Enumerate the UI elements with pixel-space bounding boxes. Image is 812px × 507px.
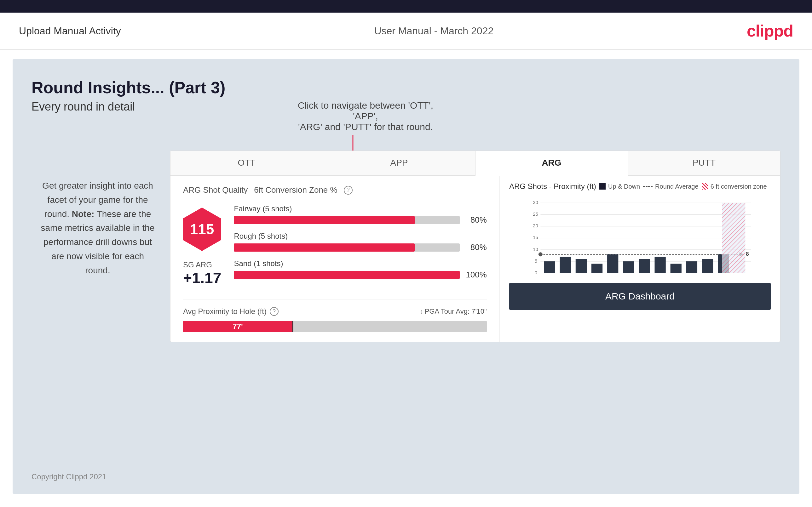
svg-rect-29 xyxy=(670,264,681,273)
bar-track-1: 80% xyxy=(234,242,487,252)
proximity-section: Avg Proximity to Hole (ft) ? ↕ PGA Tour … xyxy=(183,299,487,332)
svg-rect-25 xyxy=(607,255,618,273)
bar-row-1: Rough (5 shots) 80% xyxy=(234,232,487,252)
bar-pct-1: 80% xyxy=(465,242,487,252)
proximity-bar: 77' xyxy=(183,321,487,332)
bar-label-2: Sand (1 shots) xyxy=(234,259,487,268)
proximity-label: Avg Proximity to Hole (ft) ? xyxy=(183,307,278,316)
header: Upload Manual Activity User Manual - Mar… xyxy=(0,13,812,50)
sg-arg-label: SG ARG xyxy=(183,261,221,269)
legend-hatched-icon xyxy=(702,183,708,189)
tab-arg[interactable]: ARG xyxy=(475,151,628,176)
conversion-zone-label: 6ft Conversion Zone % xyxy=(254,185,337,195)
svg-rect-23 xyxy=(576,259,587,273)
bar-fill-0 xyxy=(234,216,414,224)
proximity-cursor xyxy=(292,321,293,332)
description-rest: These are the same metrics available in … xyxy=(41,209,154,275)
svg-text:5: 5 xyxy=(535,259,537,264)
svg-rect-26 xyxy=(623,261,634,273)
svg-text:30: 30 xyxy=(533,200,538,205)
bar-label-0: Fairway (5 shots) xyxy=(234,204,487,213)
svg-text:20: 20 xyxy=(533,223,538,228)
bar-track-0: 80% xyxy=(234,215,487,225)
legend-6ft: 6 ft conversion zone xyxy=(702,183,767,190)
panel-left: ARG Shot Quality 6ft Conversion Zone % ?… xyxy=(170,176,500,342)
proximity-header: Avg Proximity to Hole (ft) ? ↕ PGA Tour … xyxy=(183,307,487,316)
svg-text:15: 15 xyxy=(533,235,538,240)
footer-copyright: Copyright Clippd 2021 xyxy=(32,472,106,481)
legend-up-down: Up & Down xyxy=(599,183,640,190)
bar-outer-2 xyxy=(234,271,459,279)
hex-number: 115 xyxy=(190,221,214,238)
pga-avg-label: ↕ PGA Tour Avg: 7'10" xyxy=(420,307,487,316)
chart-header: ARG Shots - Proximity (ft) Up & Down Rou… xyxy=(509,182,771,191)
help-icon[interactable]: ? xyxy=(344,186,353,194)
clippd-logo: clippd xyxy=(747,21,793,40)
svg-rect-22 xyxy=(560,257,571,273)
note-label: Note: xyxy=(72,209,95,219)
tab-app[interactable]: APP xyxy=(323,151,475,175)
bar-row-2: Sand (1 shots) 100% xyxy=(234,259,487,280)
bar-pct-2: 100% xyxy=(465,270,487,280)
top-bar xyxy=(0,0,812,13)
tab-ott[interactable]: OTT xyxy=(170,151,323,175)
panel-body: ARG Shot Quality 6ft Conversion Zone % ?… xyxy=(170,176,780,342)
upload-manual-activity-label: Upload Manual Activity xyxy=(19,25,121,37)
proximity-help-icon[interactable]: ? xyxy=(270,307,278,316)
main-content: Round Insights... (Part 3) Every round i… xyxy=(13,59,799,494)
bar-fill-1 xyxy=(234,243,414,251)
svg-rect-30 xyxy=(686,261,697,273)
left-description: Get greater insight into each facet of y… xyxy=(38,179,158,278)
svg-rect-34 xyxy=(722,203,745,273)
bar-pct-0: 80% xyxy=(465,215,487,225)
main-panel: OTT APP ARG PUTT ARG Shot Quality 6ft Co… xyxy=(170,151,780,342)
bar-outer-1 xyxy=(234,243,459,251)
sg-arg-value: +1.17 xyxy=(183,269,221,287)
shot-quality-header: ARG Shot Quality 6ft Conversion Zone % ? xyxy=(183,185,487,195)
bar-outer-0 xyxy=(234,216,459,224)
tabs-container: OTT APP ARG PUTT xyxy=(170,151,780,176)
hexagon-shape: 115 xyxy=(183,208,221,251)
bar-fill-2 xyxy=(234,271,459,279)
bar-track-2: 100% xyxy=(234,270,487,280)
proximity-value: 77' xyxy=(228,322,247,331)
legend-dashed-icon xyxy=(643,186,653,187)
section-title: Round Insights... (Part 3) xyxy=(32,78,780,97)
chart-title: ARG Shots - Proximity (ft) xyxy=(509,182,596,191)
svg-text:0: 0 xyxy=(535,270,537,275)
proximity-chart: 0 5 10 15 20 25 30 xyxy=(509,196,771,278)
proximity-bar-fill: 77' xyxy=(183,321,292,332)
hexagon-badge: 115 SG ARG +1.17 xyxy=(183,204,221,287)
panel-right: ARG Shots - Proximity (ft) Up & Down Rou… xyxy=(500,176,780,342)
bars-section: Fairway (5 shots) 80% Rough (5 shots) 80… xyxy=(234,204,487,287)
bar-row-0: Fairway (5 shots) 80% xyxy=(234,204,487,225)
user-manual-date: User Manual - March 2022 xyxy=(374,25,494,37)
legend-square-icon xyxy=(599,183,606,189)
shot-quality-label: ARG Shot Quality xyxy=(183,185,248,195)
chart-area: 0 5 10 15 20 25 30 xyxy=(509,196,771,278)
svg-point-18 xyxy=(539,252,543,256)
tab-putt[interactable]: PUTT xyxy=(628,151,780,175)
svg-text:8: 8 xyxy=(746,251,749,257)
svg-text:25: 25 xyxy=(533,212,538,217)
hex-bars-container: 115 SG ARG +1.17 Fairway (5 shots) 8 xyxy=(183,204,487,287)
nav-hint: Click to navigate between 'OTT', 'APP', … xyxy=(287,100,444,132)
svg-rect-31 xyxy=(702,259,713,273)
nav-hint-line1: Click to navigate between 'OTT', 'APP', xyxy=(287,100,444,122)
svg-text:10: 10 xyxy=(533,247,538,252)
svg-rect-28 xyxy=(654,257,665,273)
arg-dashboard-button[interactable]: ARG Dashboard xyxy=(509,283,771,310)
svg-rect-21 xyxy=(544,261,555,273)
sg-arg-section: SG ARG +1.17 xyxy=(183,261,221,287)
nav-hint-line2: 'ARG' and 'PUTT' for that round. xyxy=(287,122,444,132)
bar-label-1: Rough (5 shots) xyxy=(234,232,487,240)
svg-rect-27 xyxy=(639,259,650,273)
svg-rect-24 xyxy=(592,264,603,273)
legend-round-avg: Round Average xyxy=(643,183,699,190)
